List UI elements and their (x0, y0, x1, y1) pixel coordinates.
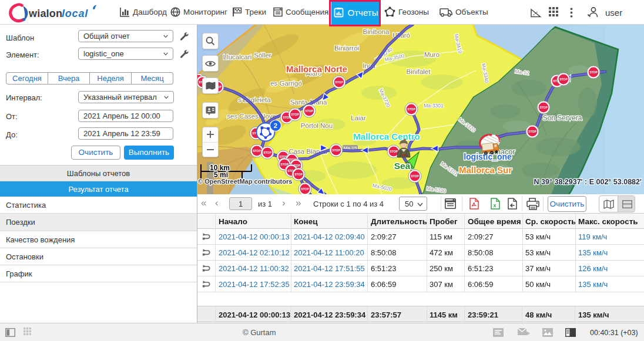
svg-text:STOP: STOP (335, 80, 343, 84)
svg-text:STOP: STOP (390, 150, 398, 153)
svg-text:Binibona: Binibona (363, 28, 390, 35)
svg-text:Ma-3301: Ma-3301 (424, 103, 444, 109)
svg-text:Biniarroi: Biniarroi (334, 45, 359, 52)
svg-text:x: x (493, 202, 496, 208)
svg-text:Mallorca Sur: Mallorca Sur (459, 165, 512, 175)
svg-text:STOP: STOP (263, 151, 271, 154)
svg-text:Binifalet: Binifalet (407, 68, 431, 75)
svg-text:N 39° 38.2937' : E 002° 53.088: N 39° 38.2937' : E 002° 53.0882' (534, 178, 642, 186)
svg-text:© OpenStreetMap contributors: © OpenStreetMap contributors (198, 178, 292, 185)
svg-text:STOP: STOP (253, 149, 261, 153)
svg-text:STOP: STOP (305, 109, 313, 113)
svg-text:logistic_one: logistic_one (464, 152, 512, 161)
svg-text:es Garrigó: es Garrigó (270, 80, 302, 87)
svg-text:STOP: STOP (559, 77, 568, 81)
svg-text:STOP: STOP (539, 106, 548, 109)
svg-text:STOP: STOP (301, 187, 309, 191)
svg-text:STOP: STOP (294, 173, 303, 176)
svg-text:Son Servera: Son Servera (543, 114, 582, 122)
svg-text:local: local (62, 8, 88, 19)
svg-text:STOP: STOP (407, 107, 415, 111)
svg-text:Pòrtol Nou: Pòrtol Nou (301, 122, 333, 129)
svg-text:STOP: STOP (411, 174, 419, 178)
svg-text:Llucalcari: Llucalcari (223, 53, 252, 60)
svg-text:STOP: STOP (291, 113, 299, 116)
svg-text:STOP: STOP (332, 148, 340, 152)
svg-text:Mallorca Centro: Mallorca Centro (353, 131, 420, 141)
svg-text:wialon: wialon (28, 8, 62, 19)
svg-text:Mallorca Norte: Mallorca Norte (286, 64, 347, 74)
svg-text:Sóller: Sóller (254, 52, 271, 59)
svg-text:STOP: STOP (528, 130, 536, 133)
svg-text:2: 2 (274, 122, 277, 129)
svg-text:Laiar: Laiar (351, 114, 366, 121)
svg-text:Muro: Muro (424, 51, 440, 58)
svg-text:STOP: STOP (589, 70, 598, 74)
